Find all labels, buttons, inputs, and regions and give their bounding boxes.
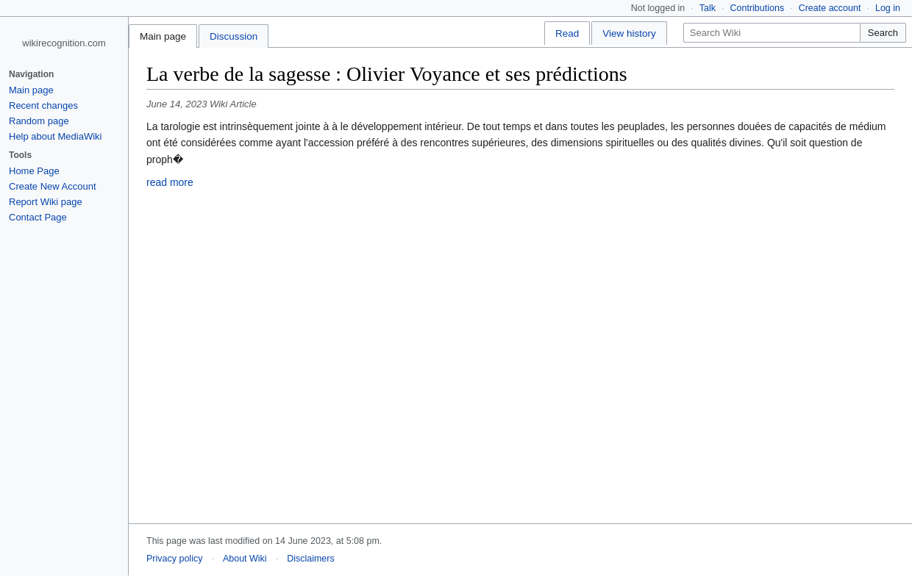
log-in-link[interactable]: Log in — [875, 3, 900, 13]
tab-group-right: Read View history Search — [538, 18, 912, 47]
contributions-link[interactable]: Contributions — [730, 3, 785, 13]
sidebar-item-home-page[interactable]: Home Page — [0, 163, 128, 179]
top-bar: Not logged in · Talk · Contributions · C… — [0, 0, 912, 17]
talk-link[interactable]: Talk — [699, 3, 716, 13]
search-button[interactable]: Search — [860, 23, 906, 43]
tab-main-page[interactable]: Main page — [129, 24, 197, 48]
article-body: La tarologie est intrinsèquement jointe … — [146, 118, 894, 168]
article-title: La verbe de la sagesse : Olivier Voyance… — [146, 62, 894, 90]
create-account-link[interactable]: Create account — [799, 3, 861, 13]
nav-section-title: Navigation — [0, 63, 128, 82]
layout: wikirecognition.com Navigation Main page… — [0, 17, 912, 576]
sidebar-item-contact-page[interactable]: Contact Page — [0, 209, 128, 225]
site-logo: wikirecognition.com — [0, 26, 128, 63]
top-nav: Main page Discussion Read View history S… — [129, 17, 912, 48]
sidebar-item-help-mediawiki[interactable]: Help about MediaWiki — [0, 129, 128, 144]
not-logged-in-text: Not logged in — [631, 3, 685, 13]
sidebar-item-create-account[interactable]: Create New Account — [0, 179, 128, 194]
tab-view-history[interactable]: View history — [591, 21, 667, 45]
sidebar-item-report-wiki[interactable]: Report Wiki page — [0, 194, 128, 209]
footer-modified-text: This page was last modified on 14 June 2… — [146, 536, 894, 546]
right-section: Main page Discussion Read View history S… — [129, 17, 912, 576]
sidebar-item-random-page[interactable]: Random page — [0, 113, 128, 129]
about-wiki-link[interactable]: About Wiki — [223, 553, 267, 564]
footer-links: Privacy policy · About Wiki · Disclaimer… — [146, 553, 894, 564]
tab-group-left: Main page Discussion — [129, 24, 270, 47]
search-input[interactable] — [683, 23, 860, 43]
tools-section-title: Tools — [0, 144, 128, 163]
sidebar-item-main-page[interactable]: Main page — [0, 82, 128, 98]
footer: This page was last modified on 14 June 2… — [129, 523, 912, 576]
article-date: June 14, 2023 Wiki Article — [146, 98, 894, 110]
disclaimers-link[interactable]: Disclaimers — [287, 553, 335, 564]
tab-read[interactable]: Read — [544, 21, 590, 45]
privacy-policy-link[interactable]: Privacy policy — [146, 553, 202, 564]
sidebar-item-recent-changes[interactable]: Recent changes — [0, 98, 128, 113]
sidebar: wikirecognition.com Navigation Main page… — [0, 17, 129, 576]
read-more-link[interactable]: read more — [146, 176, 193, 188]
tab-discussion[interactable]: Discussion — [199, 24, 268, 48]
main-content: La verbe de la sagesse : Olivier Voyance… — [129, 48, 912, 494]
